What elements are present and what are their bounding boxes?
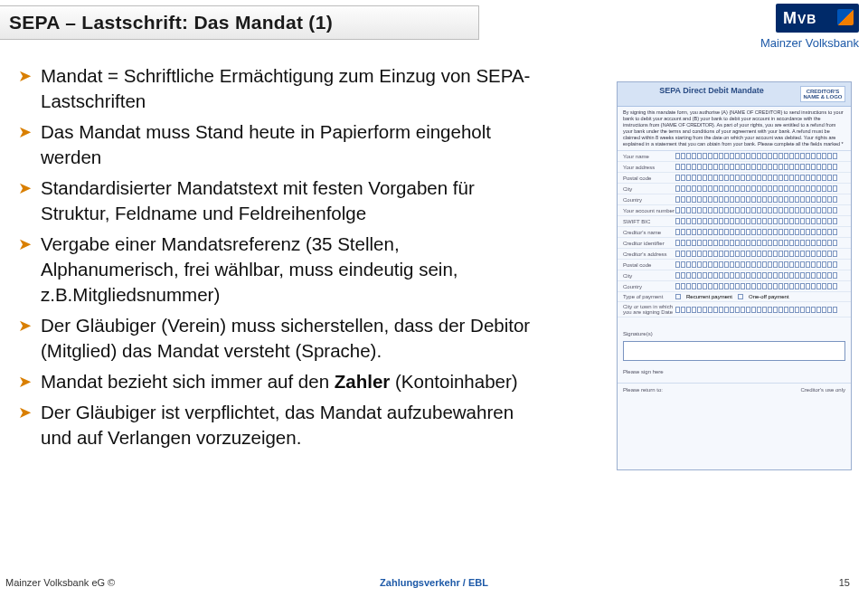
checkbox-icon <box>738 294 743 299</box>
bullet-text: Mandat bezieht sich immer auf den Zahler… <box>41 369 518 394</box>
bullet-item: ➤ Standardisierter Mandatstext mit feste… <box>18 175 533 226</box>
form-boxes <box>675 307 845 313</box>
form-row-name: Your name <box>618 151 851 162</box>
slide-footer: Mainzer Volksbank eG © Zahlungsverkehr /… <box>0 573 868 592</box>
bullet-arrow-icon: ➤ <box>18 232 32 257</box>
bullet-arrow-icon: ➤ <box>18 369 32 394</box>
bullet-list: ➤ Mandat = Schriftliche Ermächtigung zum… <box>18 63 533 456</box>
logo-letter-m: M <box>783 9 797 27</box>
brand-logo: MVB <box>776 4 859 33</box>
form-boxes <box>675 164 845 170</box>
bullet-arrow-icon: ➤ <box>18 400 32 425</box>
form-boxes <box>675 175 845 181</box>
form-row-country: Country <box>618 194 851 205</box>
form-boxes <box>675 153 845 159</box>
footer-center: Zahlungsverkehr / EBL <box>0 577 868 588</box>
title-bar: SEPA – Lastschrift: Das Mandat (1) <box>0 5 479 40</box>
form-row-postal: Postal code <box>618 173 851 184</box>
footer-left: Mainzer Volksbank eG © <box>5 577 115 588</box>
bullet-arrow-icon: ➤ <box>18 63 32 89</box>
bullet-item: ➤ Der Gläubiger ist verpflichtet, das Ma… <box>18 400 533 450</box>
bullet-arrow-icon: ➤ <box>18 119 32 145</box>
form-header: SEPA Direct Debit Mandate CREDITOR'S NAM… <box>618 82 851 107</box>
form-row-iban: Your account number <box>618 205 851 216</box>
bullet-text: Der Gläubiger ist verpflichtet, das Mand… <box>41 400 533 450</box>
logo-square-icon <box>837 9 854 25</box>
form-row-cred-name: Creditor's name <box>618 227 851 238</box>
checkbox-icon <box>675 294 681 299</box>
form-boxes <box>675 229 845 235</box>
form-row-cred-postal: Postal code <box>618 260 851 270</box>
form-boxes <box>675 218 845 224</box>
form-row-cred-city: City <box>618 270 851 281</box>
form-row-date-place: City or town in which you are signing Da… <box>618 302 851 317</box>
bullet-text: Vergabe einer Mandatsreferenz (35 Stelle… <box>41 232 533 308</box>
form-row-address: Your address <box>618 162 851 173</box>
signature-box <box>623 341 845 361</box>
slide-title: SEPA – Lastschrift: Das Mandat (1) <box>9 12 333 33</box>
signature-area: Signature(s) Please sign here <box>618 317 851 383</box>
form-boxes <box>675 185 845 192</box>
form-row-cred-addr: Creditor's address <box>618 249 851 260</box>
bullet-item: ➤ Vergabe einer Mandatsreferenz (35 Stel… <box>18 232 533 308</box>
mandate-form-illustration: SEPA Direct Debit Mandate CREDITOR'S NAM… <box>617 81 852 470</box>
form-boxes <box>675 196 845 203</box>
bullet-arrow-icon: ➤ <box>18 175 32 201</box>
form-footer: Please return to: Creditor's use only <box>618 383 851 396</box>
bullet-text: Der Gläubiger (Verein) muss sicherstelle… <box>41 313 533 364</box>
form-boxes <box>675 272 845 279</box>
logo-letter-vb: VB <box>797 12 816 26</box>
form-title: SEPA Direct Debit Mandate <box>623 86 800 102</box>
form-intro-text: By signing this mandate form, you author… <box>618 107 851 151</box>
form-row-payment-type: Type of payment Recurrent payment One-of… <box>618 292 851 302</box>
brand-name: Mainzer Volksbank <box>741 36 859 50</box>
form-row-cred-id: Creditor identifier <box>618 238 851 249</box>
bullet-item: ➤ Mandat bezieht sich immer auf den Zahl… <box>18 369 533 394</box>
slide: SEPA – Lastschrift: Das Mandat (1) MVB M… <box>0 0 868 597</box>
bullet-item: ➤ Das Mandat muss Stand heute in Papierf… <box>18 119 533 170</box>
bullet-item: ➤ Mandat = Schriftliche Ermächtigung zum… <box>18 63 533 114</box>
form-boxes <box>675 283 845 289</box>
form-row-bic: SWIFT BIC <box>618 216 851 227</box>
form-boxes <box>675 240 845 246</box>
bullet-text: Standardisierter Mandatstext mit festen … <box>41 175 533 226</box>
bullet-text: Das Mandat muss Stand heute in Papierfor… <box>41 119 533 170</box>
footer-page-number: 15 <box>839 577 850 588</box>
form-boxes <box>675 261 845 268</box>
brand-area: MVB Mainzer Volksbank <box>741 4 859 50</box>
form-row-city: City <box>618 184 851 194</box>
form-boxes <box>675 251 845 257</box>
bullet-text: Mandat = Schriftliche Ermächtigung zum E… <box>41 63 533 114</box>
bullet-item: ➤ Der Gläubiger (Verein) muss sicherstel… <box>18 313 533 364</box>
bullet-arrow-icon: ➤ <box>18 313 32 338</box>
form-row-cred-country: Country <box>618 281 851 292</box>
form-boxes <box>675 207 845 213</box>
form-creditor-logo-box: CREDITOR'S NAME & LOGO <box>800 86 845 102</box>
